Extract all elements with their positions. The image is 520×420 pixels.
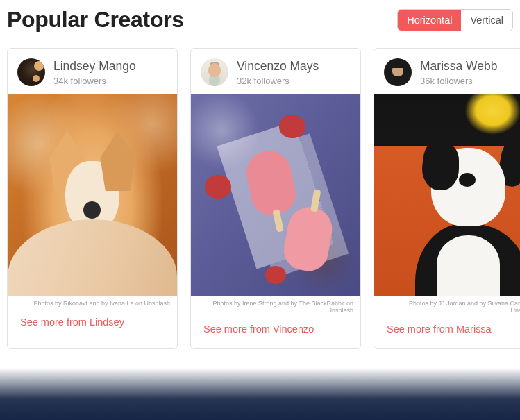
toggle-horizontal-button[interactable]: Horizontal bbox=[398, 10, 461, 31]
creator-image bbox=[374, 94, 520, 296]
creator-meta: Lindsey Mango 34k followers bbox=[53, 59, 136, 86]
bottom-gradient-overlay bbox=[0, 368, 520, 420]
creator-followers: 36k followers bbox=[420, 76, 498, 86]
creator-meta: Vincenzo Mays 32k followers bbox=[237, 59, 319, 86]
avatar[interactable] bbox=[17, 58, 45, 86]
card-header: Marissa Webb 36k followers bbox=[374, 49, 520, 94]
see-more-link[interactable]: See more from Lindsey bbox=[8, 307, 177, 342]
creator-image bbox=[191, 94, 360, 296]
creator-name: Vincenzo Mays bbox=[237, 59, 319, 74]
creator-card[interactable]: Vincenzo Mays 32k followers Photos by Ir… bbox=[190, 48, 361, 349]
avatar[interactable] bbox=[384, 58, 412, 86]
photo-caption: Photos by Irene Strong and by The BlackR… bbox=[191, 296, 360, 314]
layout-toggle: Horizontal Vertical bbox=[397, 9, 513, 31]
creator-cards: Lindsey Mango 34k followers Photos by Ri… bbox=[7, 48, 513, 349]
page-title: Popular Creators bbox=[7, 7, 184, 33]
photo-caption: Photos by JJ Jordan and by Silvana Carlo… bbox=[374, 296, 520, 314]
creator-card[interactable]: Marissa Webb 36k followers Photos by JJ … bbox=[374, 48, 520, 349]
creator-meta: Marissa Webb 36k followers bbox=[420, 59, 498, 86]
card-header: Lindsey Mango 34k followers bbox=[8, 49, 177, 94]
avatar[interactable] bbox=[201, 58, 228, 86]
creator-followers: 32k followers bbox=[237, 76, 319, 86]
toggle-vertical-button[interactable]: Vertical bbox=[461, 10, 512, 31]
card-header: Vincenzo Mays 32k followers bbox=[191, 49, 360, 94]
creator-name: Lindsey Mango bbox=[53, 59, 136, 74]
creator-card[interactable]: Lindsey Mango 34k followers Photos by Ri… bbox=[7, 48, 178, 349]
creator-image bbox=[8, 94, 177, 296]
creator-followers: 34k followers bbox=[53, 76, 136, 86]
creator-name: Marissa Webb bbox=[420, 59, 498, 74]
header-row: Popular Creators Horizontal Vertical bbox=[7, 7, 513, 33]
see-more-link[interactable]: See more from Marissa bbox=[374, 314, 520, 348]
photo-caption: Photos by Rikonavt and by Ivana La on Un… bbox=[8, 296, 177, 307]
see-more-link[interactable]: See more from Vincenzo bbox=[191, 314, 360, 348]
